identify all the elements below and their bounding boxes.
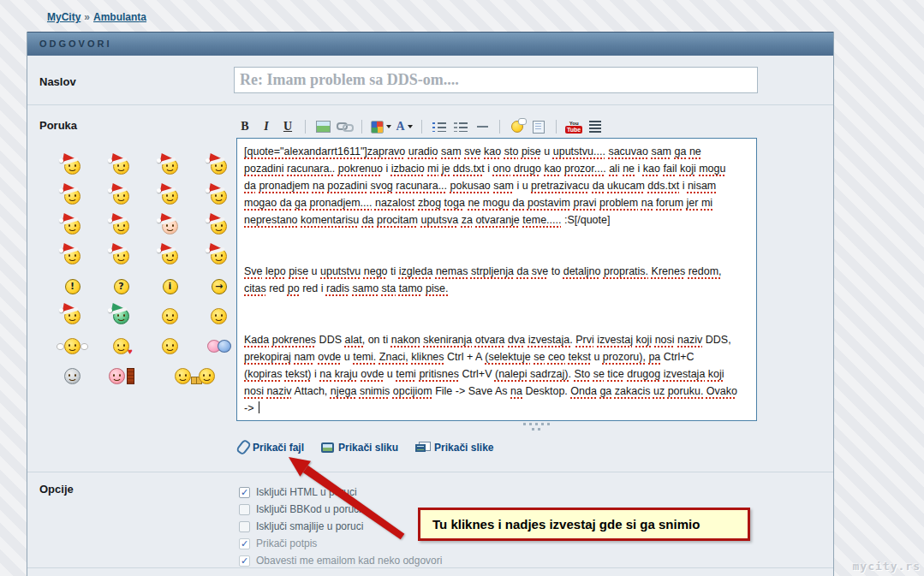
cool-wave-smiley-icon[interactable] <box>48 361 97 391</box>
attach-file-link[interactable]: Prikači fajl <box>239 440 304 454</box>
attach-signature-checkbox[interactable]: ✓ <box>239 538 250 549</box>
breadcrumb: MyCity»Ambulanta <box>47 11 146 23</box>
santa-grin-smiley-icon[interactable] <box>97 211 146 241</box>
horizontal-rule-button[interactable] <box>474 118 491 135</box>
exclude-smilies-checkbox[interactable] <box>239 521 250 532</box>
message-line: prekopiraj nam ovde u temi. Znaci, klikn… <box>244 348 749 365</box>
insert-image-button[interactable] <box>314 118 331 135</box>
section-divider <box>27 567 833 568</box>
smile-smiley-icon[interactable] <box>146 301 194 331</box>
images-icon <box>415 442 430 453</box>
attach-images-link-label: Prikači slike <box>434 442 493 454</box>
santa-smirk-smiley-icon[interactable] <box>97 181 146 211</box>
message-line: (kopiras tekst) i na kraju ovde u temi p… <box>244 365 749 383</box>
message-line: da pronadjem na pozadini svog racunara..… <box>244 177 749 194</box>
attach-images-link[interactable]: Prikači slike <box>415 442 493 454</box>
breadcrumb-link-mycity[interactable]: MyCity <box>47 11 80 23</box>
ordered-list-button[interactable] <box>452 118 469 135</box>
bold-button[interactable]: B <box>236 118 253 135</box>
watermark: mycity.rs <box>853 560 921 573</box>
exclamation-icon[interactable]: ! <box>48 271 97 301</box>
attach-signature-checkbox-row[interactable]: ✓Prikači potpis <box>239 535 442 552</box>
message-line: Sve lepo pise u uputstvu nego ti izgleda… <box>244 263 749 280</box>
santa-mad-smiley-icon[interactable] <box>48 241 97 271</box>
santa-tongue-smiley-icon[interactable] <box>48 211 97 241</box>
insert-smiley-button[interactable] <box>509 118 526 135</box>
naslov-label: Naslov <box>39 75 76 88</box>
naslov-input[interactable] <box>234 67 758 93</box>
toolbar-separator <box>305 120 306 134</box>
poruka-label: Poruka <box>39 119 77 132</box>
santa-blush-smiley-icon[interactable] <box>146 211 194 241</box>
exclude-html-checkbox-label: Isključi HTML u poruci <box>256 486 357 498</box>
message-line <box>244 246 749 263</box>
message-line: -> <box>244 400 749 417</box>
exclude-bbcode-checkbox-row[interactable]: Isključi BBKod u poruci <box>239 501 442 518</box>
santa-confused-smiley-icon[interactable] <box>48 301 97 331</box>
insert-youtube-button[interactable]: YouTube <box>565 118 582 135</box>
santa-eek-smiley-icon[interactable] <box>48 181 97 211</box>
attach-image-link[interactable]: Prikači sliku <box>321 442 398 454</box>
section-divider <box>27 472 833 472</box>
italic-button[interactable]: I <box>258 118 275 135</box>
annotation-callout: Tu kliknes i nadjes izvestaj gde si ga s… <box>418 508 750 541</box>
exclude-html-checkbox-row[interactable]: ✓Isključi HTML u poruci <box>239 484 442 501</box>
exclude-smilies-checkbox-label: Isključi smajlije u poruci <box>256 520 363 532</box>
message-textarea[interactable]: [quote="alexandarrt1611"]zapravo uradio … <box>236 138 757 421</box>
attach-links-row: Prikači fajlPrikači slikuPrikači slike <box>239 440 493 454</box>
breadcrumb-separator: » <box>84 11 90 23</box>
unordered-list-button[interactable] <box>431 118 448 135</box>
message-line: pozadini racunara.. pokrenuo i izbacio m… <box>244 160 749 177</box>
section-divider <box>27 104 833 105</box>
arrow-head <box>289 457 311 477</box>
exclude-smilies-checkbox-row[interactable]: Isključi smajlije u poruci <box>239 518 442 535</box>
love-smiley-icon[interactable]: ♥ <box>97 331 146 361</box>
headbang-wall-smiley-icon[interactable] <box>97 361 146 391</box>
notify-email-checkbox[interactable]: ✓ <box>239 555 250 567</box>
santa-sad-smiley-icon[interactable] <box>146 151 194 181</box>
santa-cool-smiley-icon[interactable] <box>146 181 194 211</box>
exclude-html-checkbox[interactable]: ✓ <box>239 487 250 498</box>
santa-rolleyes-smiley-icon[interactable] <box>146 241 194 271</box>
message-line: nosi naziv Attach, njega snimis opcijiom… <box>244 383 749 400</box>
panel-header: ODGOVORI <box>27 32 833 56</box>
font-button[interactable]: A <box>396 118 413 135</box>
notify-email-checkbox-label: Obavesti me emailom kad neko odgovori <box>256 555 442 567</box>
wave-smiley-icon[interactable] <box>48 331 97 361</box>
editor-toolbar: BIUAYouTube <box>236 117 604 136</box>
options-list: ✓Isključi HTML u poruciIsključi BBKod u … <box>239 484 442 569</box>
notify-email-checkbox-row[interactable]: ✓Obavesti me emailom kad neko odgovori <box>239 552 442 569</box>
message-line: citas red po red i radis samo sta tamo p… <box>244 280 749 297</box>
attach-image-link-label: Prikači sliku <box>338 442 398 454</box>
insert-quote-button[interactable] <box>530 118 547 135</box>
text-align-button[interactable] <box>587 118 604 135</box>
opcije-label: Opcije <box>39 483 74 496</box>
editor-resize-grip[interactable] <box>521 423 551 431</box>
message-line: Kada pokrenes DDS alat, on ti nakon sken… <box>244 331 749 348</box>
underline-button[interactable]: U <box>279 118 296 135</box>
page: MyCity»Ambulanta ODGOVORI Naslov Poruka … <box>0 0 924 576</box>
text-cursor <box>259 401 259 413</box>
message-line <box>244 297 749 314</box>
santa-smile-smiley-icon[interactable] <box>97 151 146 181</box>
message-line <box>244 229 749 246</box>
message-line <box>244 314 749 331</box>
image-icon <box>321 442 334 453</box>
insert-link-button[interactable] <box>336 118 353 135</box>
smiley-palette: !?i→♥ <box>48 151 243 391</box>
toolbar-separator <box>361 120 362 134</box>
breadcrumb-link-ambulanta[interactable]: Ambulanta <box>93 11 146 23</box>
content-smiley-icon[interactable] <box>146 331 194 361</box>
message-line: neprestano komentarisu da procitam uputs… <box>244 211 749 229</box>
exclude-bbcode-checkbox-label: Isključi BBKod u poruci <box>256 503 361 515</box>
santa-twisted-smiley-icon[interactable] <box>97 241 146 271</box>
text-color-button[interactable] <box>371 118 391 135</box>
exclude-bbcode-checkbox[interactable] <box>239 504 250 515</box>
cheers-smileys-icon[interactable] <box>146 361 243 391</box>
attach-signature-checkbox-label: Prikači potpis <box>256 537 317 549</box>
idea-icon[interactable]: i <box>146 271 194 301</box>
santa-biggrin-smiley-icon[interactable] <box>48 151 97 181</box>
question-icon[interactable]: ? <box>97 271 146 301</box>
green-grin-smiley-icon[interactable] <box>97 301 146 331</box>
toolbar-separator <box>499 120 500 134</box>
